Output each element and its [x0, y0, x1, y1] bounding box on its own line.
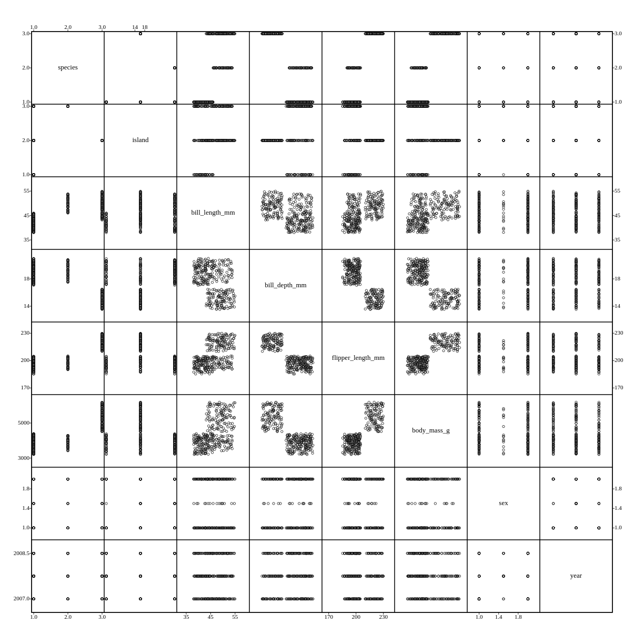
scatter-plot-matrix: [0, 0, 644, 644]
pairs-plot-container: [0, 0, 644, 644]
